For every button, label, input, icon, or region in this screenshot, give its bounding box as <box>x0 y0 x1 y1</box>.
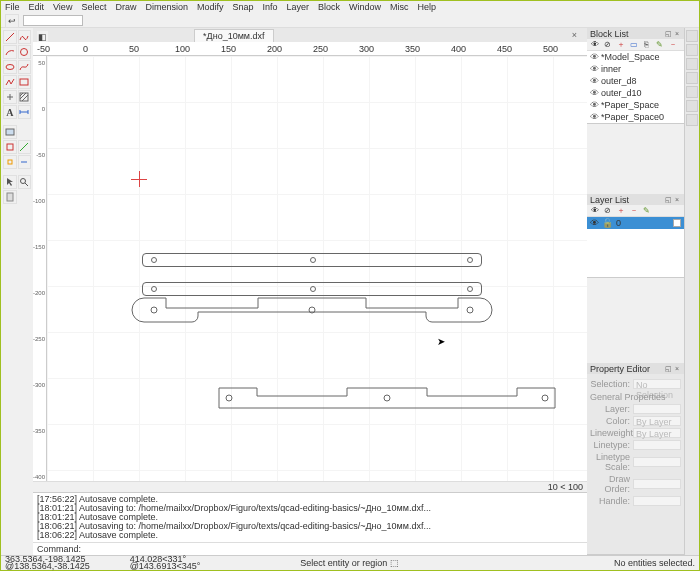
menu-misc[interactable]: Misc <box>390 2 409 12</box>
eye-icon[interactable]: 👁 <box>590 112 598 122</box>
menu-window[interactable]: Window <box>349 2 381 12</box>
eye-icon[interactable]: 👁 <box>590 218 599 228</box>
spline-tool-icon[interactable] <box>18 60 32 74</box>
lock-icon[interactable]: 🔓 <box>602 218 613 228</box>
prop-handle-field[interactable] <box>633 496 681 506</box>
block-row[interactable]: 👁outer_d8 <box>587 75 684 87</box>
back-icon[interactable]: ↩ <box>5 14 19 28</box>
measure-tool-icon[interactable] <box>18 140 32 154</box>
ellipse-tool-icon[interactable] <box>3 60 17 74</box>
menu-layer[interactable]: Layer <box>287 2 310 12</box>
block-row[interactable]: 👁outer_d10 <box>587 87 684 99</box>
prop-ltscale-field[interactable] <box>633 457 681 467</box>
panel-close-icon[interactable]: × <box>673 365 681 373</box>
select-tool-icon[interactable] <box>3 175 17 189</box>
strip-btn[interactable] <box>686 100 698 112</box>
strip-btn[interactable] <box>686 114 698 126</box>
document-tab[interactable]: *Дно_10мм.dxf <box>194 29 273 42</box>
eye-icon[interactable]: 👁 <box>590 88 598 98</box>
prop-draworder-field[interactable] <box>633 479 681 489</box>
menu-block[interactable]: Block <box>318 2 340 12</box>
view-tool-icon[interactable] <box>18 175 32 189</box>
menu-select[interactable]: Select <box>81 2 106 12</box>
status-prompt: Select entity or region <box>300 558 387 568</box>
svg-rect-3 <box>20 79 28 85</box>
modify-tool-icon[interactable] <box>3 140 17 154</box>
hide-icon[interactable]: ⊘ <box>603 206 612 215</box>
drawing-canvas[interactable]: ➤ <box>47 56 587 481</box>
tab-home-icon[interactable]: ◧ <box>37 31 48 42</box>
statusbar: 363.5364,-198.1425@138.5364,-38.1425 414… <box>1 555 699 570</box>
hide-icon[interactable]: ⊘ <box>603 40 612 49</box>
menu-dimension[interactable]: Dimension <box>145 2 188 12</box>
strip-btn[interactable] <box>686 30 698 42</box>
canvas-grid <box>47 56 587 481</box>
prop-layer-field[interactable] <box>633 404 681 414</box>
snap-tool-icon[interactable] <box>3 155 17 169</box>
menu-edit[interactable]: Edit <box>29 2 45 12</box>
eye-icon[interactable]: 👁 <box>590 52 598 62</box>
clipboard-tool-icon[interactable] <box>3 190 17 204</box>
point-tool-icon[interactable] <box>3 90 17 104</box>
text-tool-icon[interactable]: A <box>3 105 17 119</box>
tab-close-icon[interactable]: × <box>566 28 583 42</box>
eye-icon[interactable]: 👁 <box>590 76 598 86</box>
dimension-tool-icon[interactable] <box>18 105 32 119</box>
delete-block-icon[interactable]: － <box>668 40 677 49</box>
strip-btn[interactable] <box>686 58 698 70</box>
strip-btn[interactable] <box>686 86 698 98</box>
panel-float-icon[interactable]: ◱ <box>664 30 672 38</box>
visibility-icon[interactable]: 👁 <box>590 40 599 49</box>
block-row[interactable]: 👁*Paper_Space0 <box>587 111 684 123</box>
edit-layer-icon[interactable]: ✎ <box>642 206 651 215</box>
menu-info[interactable]: Info <box>263 2 278 12</box>
info-tool-icon[interactable] <box>18 155 32 169</box>
menu-file[interactable]: File <box>5 2 20 12</box>
menu-snap[interactable]: Snap <box>232 2 253 12</box>
panel-float-icon[interactable]: ◱ <box>664 196 672 204</box>
menu-draw[interactable]: Draw <box>115 2 136 12</box>
add-block-icon[interactable]: ＋ <box>616 40 625 49</box>
layer-row[interactable]: 👁🔓0 <box>587 217 684 229</box>
edit-block-icon[interactable]: ▭ <box>629 40 638 49</box>
hatch-tool-icon[interactable] <box>18 90 32 104</box>
prop-lineweight-field[interactable]: By Layer <box>633 428 681 438</box>
insert-block-icon[interactable]: ⎘ <box>642 40 651 49</box>
circle-tool-icon[interactable] <box>18 45 32 59</box>
block-row[interactable]: 👁inner <box>587 63 684 75</box>
panel-close-icon[interactable]: × <box>673 196 681 204</box>
menu-help[interactable]: Help <box>418 2 437 12</box>
block-row[interactable]: 👁*Model_Space <box>587 51 684 63</box>
eye-icon[interactable]: 👁 <box>590 100 598 110</box>
block-row[interactable]: 👁*Paper_Space <box>587 99 684 111</box>
rect-tool-icon[interactable] <box>18 75 32 89</box>
menubar: File Edit View Select Draw Dimension Mod… <box>1 1 699 14</box>
menu-modify[interactable]: Modify <box>197 2 224 12</box>
state-dropdown[interactable] <box>23 15 83 26</box>
panel-title: Block List <box>590 29 629 39</box>
prop-color-field[interactable]: By Layer <box>633 416 681 426</box>
polyline-tool-icon[interactable] <box>3 75 17 89</box>
tool-palette: A <box>1 28 33 555</box>
panel-float-icon[interactable]: ◱ <box>664 365 672 373</box>
prop-linetype-field[interactable] <box>633 440 681 450</box>
block-toolbar: 👁 ⊘ ＋ ▭ ⎘ ✎ － <box>587 39 684 51</box>
image-tool-icon[interactable] <box>3 125 17 139</box>
selection-dropdown[interactable]: No Selection <box>633 379 681 389</box>
rename-block-icon[interactable]: ✎ <box>655 40 664 49</box>
svg-line-19 <box>25 183 28 186</box>
command-input[interactable] <box>85 545 583 554</box>
delete-layer-icon[interactable]: － <box>629 206 638 215</box>
ruler-horizontal: -50050100150200250300350400450500 <box>33 42 587 56</box>
eye-icon[interactable]: 👁 <box>590 64 598 74</box>
arc-tool-icon[interactable] <box>3 45 17 59</box>
menu-view[interactable]: View <box>53 2 72 12</box>
strip-btn[interactable] <box>686 72 698 84</box>
line-tool-icon[interactable] <box>3 30 17 44</box>
freehand-tool-icon[interactable] <box>18 30 32 44</box>
panel-close-icon[interactable]: × <box>673 30 681 38</box>
strip-btn[interactable] <box>686 44 698 56</box>
color-swatch[interactable] <box>673 219 681 227</box>
add-layer-icon[interactable]: ＋ <box>616 206 625 215</box>
visibility-icon[interactable]: 👁 <box>590 206 599 215</box>
